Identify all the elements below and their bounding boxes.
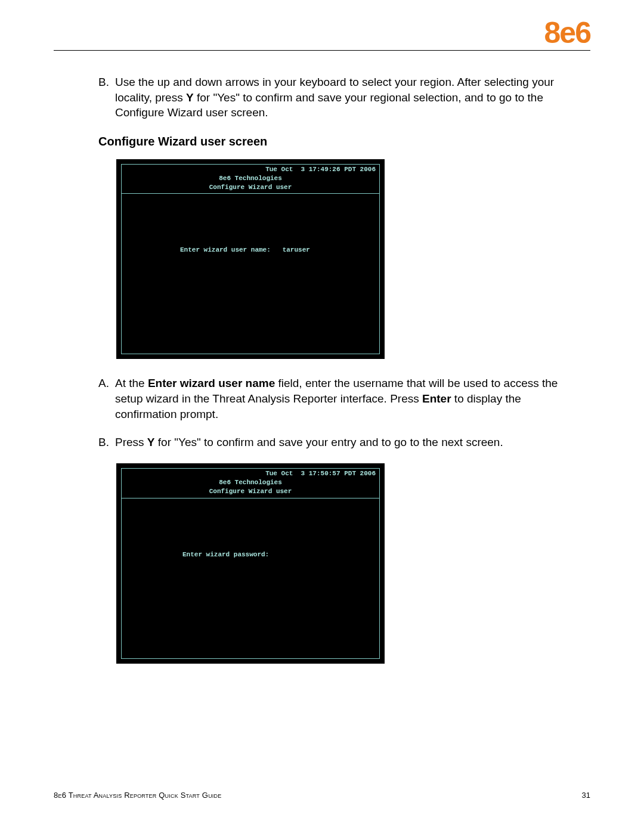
prompt-label: Enter wizard password: (182, 551, 269, 558)
list-item-b2: B. Press Y for "Yes" to confirm and save… (98, 435, 572, 450)
terminal-company: 8e6 Technologies (125, 174, 376, 183)
content-block-1: B. Use the up and down arrows in your ke… (54, 75, 590, 120)
text: for "Yes" to confirm and save your entry… (155, 436, 503, 448)
terminal-subtitle: Configure Wizard user (125, 487, 376, 496)
terminal-frame: Tue Oct 3 17:49:26 PDT 2006 8e6 Technolo… (116, 159, 385, 360)
list-marker: B. (98, 435, 115, 450)
list-item-a: A. At the Enter wizard user name field, … (98, 376, 572, 422)
page-header: 8e6 (54, 18, 590, 50)
terminal-header: Tue Oct 3 17:49:26 PDT 2006 8e6 Technolo… (122, 165, 379, 194)
terminal-body: Enter wizard user name: taruser (122, 194, 379, 354)
terminal-inner: Tue Oct 3 17:50:57 PDT 2006 8e6 Technolo… (121, 468, 380, 659)
terminal-prompt-line: Enter wizard password: (182, 551, 269, 558)
terminal-frame: Tue Oct 3 17:50:57 PDT 2006 8e6 Technolo… (116, 463, 385, 664)
list-marker: B. (98, 75, 115, 120)
bold-text: Enter wizard user name (148, 377, 275, 389)
terminal-body: Enter wizard password: (122, 498, 379, 658)
list-body: At the Enter wizard user name field, ent… (115, 376, 572, 422)
text: Press (115, 436, 147, 448)
page-footer: 8e6 Threat Analysis Reporter Quick Start… (54, 791, 590, 800)
terminal-company: 8e6 Technologies (125, 478, 376, 487)
brand-logo: 8e6 (544, 18, 590, 50)
bold-text: Y (186, 91, 194, 104)
terminal-inner: Tue Oct 3 17:49:26 PDT 2006 8e6 Technolo… (121, 164, 380, 355)
bold-text: Enter (422, 392, 451, 405)
document-page: 8e6 B. Use the up and down arrows in you… (0, 0, 644, 833)
terminal-subtitle: Configure Wizard user (125, 183, 376, 192)
terminal-screenshot-2: Tue Oct 3 17:50:57 PDT 2006 8e6 Technolo… (116, 463, 590, 664)
terminal-date: Tue Oct 3 17:49:26 PDT 2006 (125, 165, 376, 174)
page-number: 31 (582, 791, 590, 800)
text: At the (115, 377, 148, 389)
list-item-b: B. Use the up and down arrows in your ke… (98, 75, 572, 120)
prompt-label: Enter wizard user name: (180, 246, 271, 253)
list-body: Press Y for "Yes" to confirm and save yo… (115, 435, 572, 450)
content-block-2: A. At the Enter wizard user name field, … (54, 376, 590, 450)
prompt-value: taruser (271, 246, 310, 253)
list-body: Use the up and down arrows in your keybo… (115, 75, 572, 120)
terminal-screenshot-1: Tue Oct 3 17:49:26 PDT 2006 8e6 Technolo… (116, 159, 590, 360)
bold-text: Y (147, 436, 155, 448)
terminal-date: Tue Oct 3 17:50:57 PDT 2006 (125, 469, 376, 478)
terminal-header: Tue Oct 3 17:50:57 PDT 2006 8e6 Technolo… (122, 469, 379, 498)
list-marker: A. (98, 376, 115, 422)
terminal-prompt-line: Enter wizard user name: taruser (180, 246, 310, 253)
footer-title: 8e6 Threat Analysis Reporter Quick Start… (54, 791, 221, 800)
section-heading: Configure Wizard user screen (54, 135, 590, 148)
header-rule (54, 50, 590, 51)
